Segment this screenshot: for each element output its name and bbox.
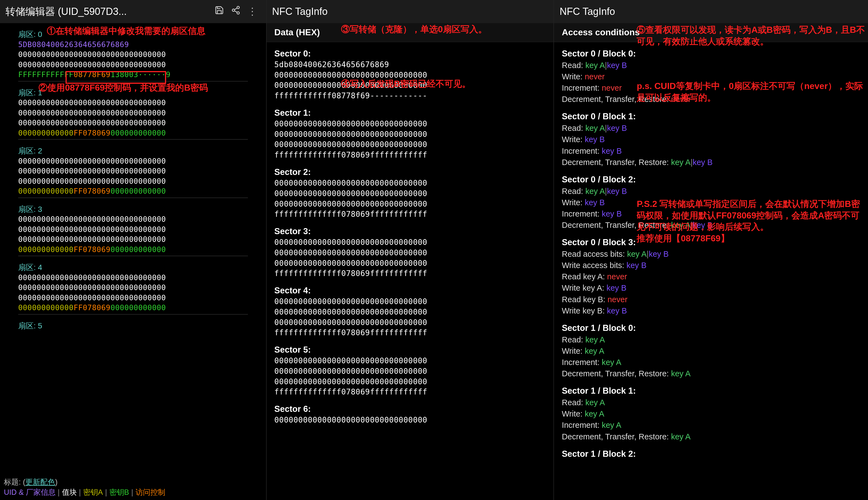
annotation-5: ⑤查看权限可以发现，读卡为A或B密码，写入为B，且B不可见，有效防止他人或系统篡…: [637, 24, 865, 47]
hex-line[interactable]: 00000000000000000000000000000000: [18, 156, 262, 166]
taginfo-title-2: NFC TagInfo: [559, 5, 863, 19]
hex-data-line: ffffffffffffff078069ffffffffffff: [274, 328, 546, 338]
hex-data-line: 00000000000000000000000000000000: [274, 178, 546, 189]
access-row: Decrement, Transfer, Restore: key A: [562, 431, 860, 442]
hex-line[interactable]: 00000000000000000000000000000000: [18, 235, 262, 245]
hex-line[interactable]: 00000000000000000000000000000000: [18, 98, 262, 108]
annotation-4: ④写入后发现B密码已经不可见。: [341, 78, 553, 90]
hex-sector-header: Sector 3:: [274, 226, 546, 237]
hex-sector-header: Sector 1:: [274, 107, 546, 119]
access-row: Increment: key B: [562, 146, 860, 157]
svg-point-1: [232, 9, 235, 11]
hex-data-line: ffffffffffff08778f69------------: [274, 91, 546, 101]
access-row: Read key B: never: [562, 294, 860, 305]
hex-line[interactable]: 00000000000000000000000000000000: [18, 273, 262, 283]
access-row: Decrement, Transfer, Restore: key A: [562, 368, 860, 379]
hex-data-line: 00000000000000000000000000000000: [274, 139, 546, 150]
access-row: Write key A: key B: [562, 283, 860, 293]
access-row: Read key A: never: [562, 271, 860, 282]
hex-line[interactable]: 00000000000000000000000000000000: [18, 108, 262, 118]
svg-point-2: [237, 12, 239, 14]
svg-line-3: [235, 8, 237, 10]
hex-line[interactable]: 000000000000FF078069000000000000: [18, 303, 262, 313]
hex-data-line: ffffffffffffff078069ffffffffffff: [274, 150, 546, 160]
share-icon[interactable]: [228, 5, 244, 19]
save-icon[interactable]: [211, 5, 228, 19]
access-row: Write: key A: [562, 409, 860, 419]
hex-line[interactable]: 00000000000000000000000000000000: [18, 283, 262, 293]
hex-data-line: 00000000000000000000000000000000: [274, 129, 546, 140]
annotation-1: ①在转储编辑器中修改我需要的扇区信息: [47, 25, 226, 37]
annotation-ps: p.s. CUID等复制卡中，0扇区标注不可写（never），实际是可以反复擦写…: [637, 80, 865, 103]
legend-item: 访问控制: [136, 488, 165, 497]
hex-line[interactable]: 00000000000000000000000000000000: [18, 60, 262, 70]
hex-sector-header: Sector 6:: [274, 403, 546, 415]
taginfo-title: NFC TagInfo: [272, 5, 548, 19]
hex-line[interactable]: 00000000000000000000000000000000: [18, 176, 262, 186]
legend-item: 密钥B: [110, 488, 129, 497]
taginfo-topbar-2: NFC TagInfo: [554, 0, 868, 23]
legend: 标题: (更新配色) UID & 厂家信息|值块|密钥A|密钥B|访问控制: [4, 477, 165, 497]
taginfo-access-content[interactable]: Sector 0 / Block 0:Read: key A|key BWrit…: [554, 42, 868, 500]
taginfo-access-pane: NFC TagInfo Access conditions Sector 0 /…: [554, 0, 868, 500]
hex-sector-header: Sector 2:: [274, 167, 546, 178]
access-block-header: Sector 0 / Block 1:: [562, 111, 860, 122]
hex-line[interactable]: 00000000000000000000000000000000: [18, 166, 262, 176]
overflow-menu-icon[interactable]: ⋮: [244, 5, 261, 19]
sector-label: 扇区: 3: [18, 204, 262, 215]
access-block-header: Sector 1 / Block 0:: [562, 322, 860, 334]
access-row: Increment: key A: [562, 357, 860, 368]
dump-editor-pane: 转储编辑器 (UID_5907D3... ⋮ 扇区: 05DB080400626…: [0, 0, 267, 500]
access-row: Write: key B: [562, 134, 860, 145]
hex-data-line: 00000000000000000000000000000000: [274, 366, 546, 377]
hex-data-line: 00000000000000000000000000000000: [274, 189, 546, 199]
access-row: Write access bits: key B: [562, 260, 860, 271]
hex-line[interactable]: 000000000000FF078069000000000000: [18, 245, 262, 254]
svg-line-4: [235, 11, 237, 12]
hex-sector-header: Sector 0:: [274, 48, 546, 59]
hex-data-line: ffffffffffffff078069ffffffffffff: [274, 387, 546, 397]
legend-item: UID & 厂家信息: [4, 488, 56, 497]
hex-line[interactable]: 5DB080400626364656676869: [18, 40, 262, 49]
hex-data-line: 00000000000000000000000000000000: [274, 248, 546, 258]
access-block-header: Sector 0 / Block 0:: [562, 48, 860, 59]
access-row: Read: key A|key B: [562, 186, 860, 197]
sector-label: 扇区: 2: [18, 146, 262, 156]
hex-data-line: 00000000000000000000000000000000: [274, 199, 546, 209]
hex-line[interactable]: 000000000000FF078069000000000000: [18, 128, 262, 138]
hex-line[interactable]: 00000000000000000000000000000000: [18, 118, 262, 128]
hex-data-line: 00000000000000000000000000000000: [274, 258, 546, 269]
hex-sector-header: Sector 4:: [274, 285, 546, 296]
svg-point-0: [237, 6, 239, 9]
editor-content[interactable]: 扇区: 05DB08040062636465667686900000000000…: [0, 23, 266, 500]
hex-line[interactable]: 00000000000000000000000000000000: [18, 49, 262, 59]
hex-data-line: 00000000000000000000000000000000: [274, 237, 546, 248]
annotation-ps2: P.S.2 写转储或单写指定区间后，会在默认情况下增加B密码权限，如使用默认FF…: [637, 198, 865, 244]
hex-data-line: 00000000000000000000000000000000: [274, 119, 546, 129]
access-row: Decrement, Transfer, Restore: key A|key …: [562, 157, 860, 168]
hex-data-line: 00000000000000000000000000000000: [274, 317, 546, 328]
access-row: Read access bits: key A|key B: [562, 249, 860, 260]
update-color-link[interactable]: 更新配色: [25, 478, 55, 486]
taginfo-hex-pane: NFC TagInfo Data (HEX) Sector 0: 5db0804…: [267, 0, 554, 500]
access-block-header: Sector 1 / Block 1:: [562, 385, 860, 397]
annotation-3: ③写转储（克隆），单选0扇区写入。: [341, 24, 548, 35]
access-row: Read: key A: [562, 397, 860, 408]
sector-label: 扇区: 4: [18, 262, 262, 273]
access-row: Read: key A|key B: [562, 60, 860, 71]
taginfo-hex-content[interactable]: Sector 0: 5db080400626364656676869000000…: [267, 42, 554, 500]
hex-data-line: 00000000000000000000000000000000: [274, 356, 546, 366]
access-row: Read: key A|key B: [562, 123, 860, 134]
access-row: Read: key A: [562, 334, 860, 345]
sector-label: 扇区: 5: [18, 321, 262, 331]
hex-line[interactable]: 00000000000000000000000000000000: [18, 225, 262, 235]
hex-line[interactable]: 000000000000FF078069000000000000: [18, 186, 262, 196]
editor-title: 转储编辑器 (UID_5907D3...: [5, 5, 211, 19]
legend-item: 密钥A: [83, 488, 103, 497]
hex-data-line: 00000000000000000000000000000000: [274, 377, 546, 387]
hex-data-line: 5db080400626364656676869: [274, 59, 546, 70]
editor-topbar: 转储编辑器 (UID_5907D3... ⋮: [0, 0, 266, 23]
hex-line[interactable]: 00000000000000000000000000000000: [18, 214, 262, 224]
hex-line[interactable]: 00000000000000000000000000000000: [18, 293, 262, 303]
access-block-header: Sector 1 / Block 2:: [562, 448, 860, 460]
